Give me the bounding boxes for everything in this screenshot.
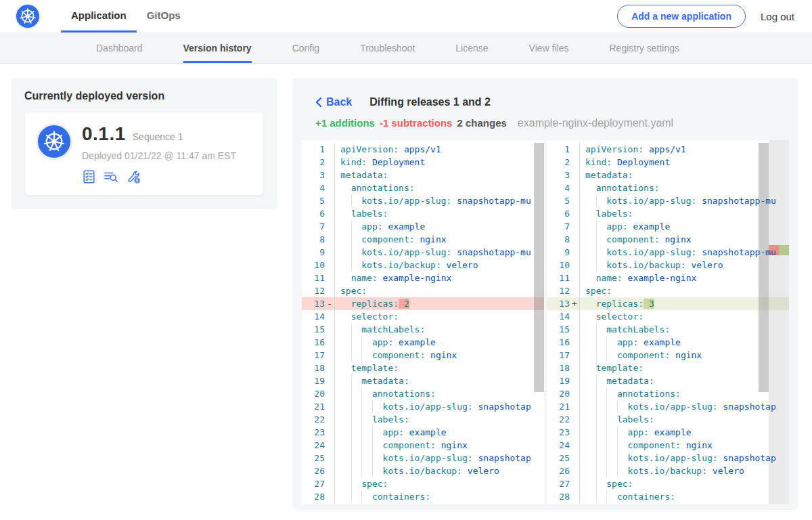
code-line: 9kots.io/app-slug: snapshotapp-mu (302, 246, 544, 259)
add-application-button[interactable]: Add a new application (617, 5, 746, 28)
code-line: 27spec: (547, 477, 789, 490)
code-line: 5kots.io/app-slug: snapshotapp-mu (547, 194, 789, 207)
code-line: 22labels: (302, 413, 544, 426)
chevron-left-icon (315, 97, 322, 108)
subnav-view-files[interactable]: View files (529, 33, 569, 63)
code-line: 4annotations: (302, 181, 544, 194)
code-line: 9kots.io/app-slug: snapshotapp-mu (547, 246, 789, 259)
code-line: 17component: nginx (547, 349, 789, 362)
deployed-timestamp: Deployed 01/21/22 @ 11:47 am EST (82, 150, 236, 161)
helm-wheel-icon (43, 130, 66, 153)
code-line: 13+replicas: 3 (547, 297, 789, 310)
code-line: 2kind: Deployment (302, 156, 544, 169)
logout-button[interactable]: Log out (761, 11, 794, 22)
code-line: 7app: example (547, 220, 789, 233)
code-line: 20annotations: (302, 387, 544, 400)
code-line: 23app: example (302, 426, 544, 439)
subnav-version-history[interactable]: Version history (183, 33, 252, 63)
tab-gitops[interactable]: GitOps (137, 0, 191, 32)
diff-editor: 1apiVersion: apps/v12kind: Deployment3me… (302, 140, 789, 504)
code-line: 6labels: (547, 207, 789, 220)
kubernetes-logo-icon (15, 3, 41, 29)
code-line: 14selector: (547, 310, 789, 323)
code-line: 3metadata: (547, 169, 789, 181)
deployed-version-info: 0.1.1 Sequence 1 Deployed 01/21/22 @ 11:… (82, 123, 236, 184)
code-line: 7app: example (302, 220, 544, 233)
code-line: 28containers: (547, 490, 789, 503)
app-kubernetes-logo-icon (36, 123, 72, 160)
diff-title: Diffing releases 1 and 2 (369, 96, 491, 108)
code-line: 11name: example-nginx (302, 272, 544, 284)
subnav-dashboard[interactable]: Dashboard (96, 33, 143, 63)
deployed-version-tile: 0.1.1 Sequence 1 Deployed 01/21/22 @ 11:… (24, 112, 264, 196)
code-line: 8component: nginx (547, 233, 789, 246)
code-line: 26kots.io/backup: velero (547, 464, 789, 477)
code-line: 15matchLabels: (547, 323, 789, 336)
version-action-icons (82, 169, 236, 184)
deployed-card-title: Currently deployed version (24, 90, 264, 102)
topnav-tabs: Application GitOps (61, 0, 191, 32)
code-line: 23app: example (547, 426, 789, 439)
code-line: 8component: nginx (302, 233, 544, 246)
subnav-config[interactable]: Config (292, 33, 319, 63)
code-line: 21kots.io/app-slug: snapshotap (547, 400, 789, 413)
diff-pane-modified: 1apiVersion: apps/v12kind: Deployment3me… (547, 140, 789, 504)
changes-count: 2 changes (457, 117, 506, 129)
code-line: 19metadata: (547, 374, 789, 387)
code-line: 16app: example (302, 336, 544, 349)
subnav-troubleshoot[interactable]: Troubleshoot (360, 33, 415, 63)
additions-count: +1 additions (315, 117, 375, 129)
back-label: Back (326, 96, 352, 108)
main-content: Currently deployed version 0.1.1 (0, 64, 812, 510)
back-link[interactable]: Back (315, 96, 352, 108)
currently-deployed-card: Currently deployed version 0.1.1 (11, 78, 277, 209)
code-line: 25kots.io/app-slug: snapshotap (547, 452, 789, 464)
code-line: 26kots.io/backup: velero (302, 464, 544, 477)
code-line: 1apiVersion: apps/v1 (547, 143, 789, 156)
code-line: 22labels: (547, 413, 789, 426)
code-line: 10kots.io/backup: velero (547, 259, 789, 272)
code-line: 16app: example (547, 336, 789, 349)
code-line: 25kots.io/app-slug: snapshotap (302, 452, 544, 464)
code-line: 1apiVersion: apps/v1 (302, 143, 544, 156)
sequence-label: Sequence 1 (133, 131, 183, 142)
subnav-license[interactable]: License (455, 33, 488, 63)
diff-panel: Back Diffing releases 1 and 2 +1 additio… (292, 78, 798, 510)
code-line: 12spec: (547, 284, 789, 297)
code-line: 20annotations: (547, 387, 789, 400)
diff-stats: +1 additions -1 subtractions 2 changes e… (315, 117, 789, 131)
version-number: 0.1.1 (82, 123, 126, 145)
diff-filename: example-nginx-deployment.yaml (518, 117, 673, 129)
code-line: 12spec: (302, 284, 544, 297)
helm-wheel-icon (19, 7, 37, 25)
tab-application[interactable]: Application (61, 0, 137, 32)
code-line: 5kots.io/app-slug: snapshotapp-mu (302, 194, 544, 207)
code-line: 27spec: (302, 477, 544, 490)
code-line: 19metadata: (302, 374, 544, 387)
code-line: 6labels: (302, 207, 544, 220)
code-line: 10kots.io/backup: velero (302, 259, 544, 272)
diff-pane-original: 1apiVersion: apps/v12kind: Deployment3me… (302, 140, 544, 504)
code-line: 17component: nginx (302, 349, 544, 362)
top-nav: Application GitOps Add a new application… (0, 0, 812, 32)
app-sub-nav: Dashboard Version history Config Trouble… (0, 32, 812, 64)
preflight-checklist-icon[interactable] (82, 169, 96, 184)
code-line: 15matchLabels: (302, 323, 544, 336)
code-line: 4annotations: (547, 181, 789, 194)
code-line: 21kots.io/app-slug: snapshotap (302, 400, 544, 413)
config-wrench-gear-icon[interactable] (126, 169, 141, 184)
code-line: 28containers: (302, 490, 544, 503)
subtractions-count: -1 subtractions (380, 117, 453, 129)
code-line: 18template: (547, 362, 789, 374)
code-line: 13-replicas: 2 (302, 297, 544, 310)
code-line: 11name: example-nginx (547, 272, 789, 284)
code-line: 14selector: (302, 310, 544, 323)
code-line: 18template: (302, 362, 544, 374)
code-line: 24component: nginx (302, 439, 544, 452)
code-line: 24component: nginx (547, 439, 789, 452)
deploy-logs-icon[interactable] (103, 169, 119, 184)
subnav-registry-settings[interactable]: Registry settings (609, 33, 679, 63)
code-line: 3metadata: (302, 169, 544, 181)
code-line: 2kind: Deployment (547, 156, 789, 169)
